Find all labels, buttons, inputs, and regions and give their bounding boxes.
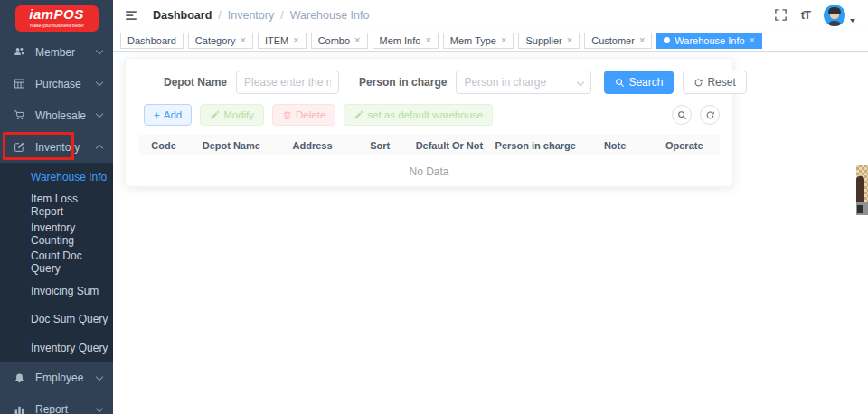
column-header-person-in-charge: Person in charge (490, 140, 581, 151)
sidebar-subitem-warehouse-info[interactable]: Warehouse Info (0, 163, 113, 192)
add-button[interactable]: + Add (144, 104, 192, 126)
sidebar-item-wholesale[interactable]: Wholesale (0, 99, 113, 131)
breadcrumb-item-warehouse-info[interactable]: Warehouse Info (290, 9, 370, 22)
search-icon (677, 110, 687, 120)
table-search-button[interactable] (672, 105, 692, 125)
sidebar-item-member[interactable]: Member (0, 36, 113, 68)
sidebar-subitem-label: Invoicing Sum (31, 285, 99, 297)
tab-label: Supplier (525, 35, 561, 46)
trash-icon (282, 110, 292, 120)
bell-icon (14, 372, 26, 384)
chevron-down-icon (96, 372, 103, 380)
sidebar-subitem-item-loss-report[interactable]: Item Loss Report (0, 192, 113, 221)
table-empty-state: No Data (138, 155, 720, 189)
chevron-down-icon (96, 404, 103, 411)
sidebar-subitem-label: Count Doc Query (31, 249, 113, 275)
sidebar: iamPOS make your business better MemberP… (0, 0, 113, 414)
members-icon (14, 46, 26, 59)
search-button-label: Search (628, 76, 663, 89)
hamburger-icon[interactable] (124, 8, 138, 23)
tab-category[interactable]: Category× (188, 33, 253, 49)
person-in-charge-select[interactable] (456, 71, 591, 94)
tab-close-icon[interactable]: × (354, 35, 360, 45)
sidebar-subitem-label: Doc Sum Query (31, 313, 108, 325)
fullscreen-icon[interactable] (774, 8, 788, 22)
refresh-icon (693, 78, 703, 88)
sidebar-subitem-inventory-counting[interactable]: Inventory Counting (0, 220, 113, 249)
sidebar-item-purchase[interactable]: Purchase (0, 68, 113, 99)
sidebar-subitem-label: Item Loss Report (31, 193, 113, 218)
tab-supplier[interactable]: Supplier× (518, 33, 580, 49)
logo-tagline: make your business better (21, 23, 91, 28)
topbar-right: tT (774, 5, 855, 26)
sidebar-item-inventory[interactable]: Inventory (0, 131, 113, 163)
set-default-warehouse-button[interactable]: set as default warehouse (344, 104, 493, 126)
tab-close-icon[interactable]: × (567, 35, 572, 45)
sidebar-subitem-count-doc-query[interactable]: Count Doc Query (0, 249, 113, 278)
filter-row: Depot Name Person in charge Search Reset (126, 59, 732, 94)
tab-mem-type[interactable]: Mem Type× (443, 33, 514, 49)
breadcrumb-item-inventory[interactable]: Inventory (228, 9, 274, 22)
logo-title: iamPOS (15, 5, 99, 23)
font-size-icon[interactable]: tT (801, 8, 810, 22)
sidebar-item-label: Employee (35, 372, 97, 384)
search-button[interactable]: Search (604, 71, 674, 94)
breadcrumb-separator: / (280, 9, 283, 22)
plus-icon: + (154, 109, 160, 120)
table-header: CodeDepot NameAddressSortDefault Or NotP… (138, 135, 720, 155)
tab-dashboard[interactable]: Dashboard (120, 33, 184, 49)
tab-close-icon[interactable]: × (293, 35, 298, 45)
modify-button-label: Modify (223, 109, 254, 120)
tab-close-icon[interactable]: × (750, 35, 755, 45)
breadcrumb: Dashboard/Inventory/Warehouse Info (153, 9, 369, 22)
tab-close-icon[interactable]: × (639, 35, 645, 45)
tab-close-icon[interactable]: × (240, 35, 245, 45)
column-header-operate: Operate (648, 140, 720, 151)
tab-combo[interactable]: Combo× (311, 33, 368, 49)
tab-customer[interactable]: Customer× (584, 33, 652, 49)
tab-warehouse-info[interactable]: Warehouse Info× (656, 33, 762, 49)
topbar: Dashboard/Inventory/Warehouse Info tT (113, 0, 868, 30)
sidebar-subitem-doc-sum-query[interactable]: Doc Sum Query (0, 306, 113, 334)
breadcrumb-item-dashboard[interactable]: Dashboard (153, 9, 212, 22)
edit-icon (14, 141, 26, 154)
tab-item[interactable]: ITEM× (258, 33, 307, 49)
column-header-note: Note (581, 140, 649, 151)
floating-widget-image[interactable] (856, 165, 868, 202)
cart-icon (14, 109, 26, 122)
tab-label: Category (195, 35, 236, 46)
depot-name-input[interactable] (236, 71, 339, 94)
modify-button[interactable]: Modify (200, 104, 264, 126)
sidebar-subitem-invoicing-sum[interactable]: Invoicing Sum (0, 277, 113, 306)
tab-mem-info[interactable]: Mem Info× (373, 33, 439, 49)
sidebar-item-employee[interactable]: Employee (0, 362, 113, 394)
avatar[interactable] (824, 5, 845, 26)
sidebar-item-report[interactable]: Report (0, 394, 113, 414)
user-menu[interactable] (824, 5, 855, 26)
delete-button[interactable]: Delete (272, 104, 335, 126)
tab-bar: DashboardCategory×ITEM×Combo×Mem Info×Me… (113, 30, 868, 52)
reset-button[interactable]: Reset (683, 71, 746, 94)
delete-button-label: Delete (296, 109, 326, 120)
tab-close-icon[interactable]: × (425, 35, 430, 45)
sidebar-item-label: Wholesale (35, 109, 97, 122)
person-in-charge-select-input[interactable] (456, 71, 591, 94)
logo: iamPOS make your business better (0, 0, 113, 36)
tab-label: ITEM (265, 35, 288, 46)
sidebar-subitem-inventory-query[interactable]: Inventory Query (0, 334, 113, 362)
tab-label: Dashboard (127, 35, 176, 46)
tab-label: Combo (318, 35, 350, 46)
sidebar-subitem-label: Inventory Counting (31, 221, 113, 247)
active-dot-icon (664, 37, 670, 43)
pencil-icon (354, 110, 363, 120)
sidebar-menu: MemberPurchaseWholesaleInventoryWarehous… (0, 36, 113, 414)
grid-icon (14, 78, 26, 90)
table-refresh-button[interactable] (700, 105, 720, 125)
sidebar-item-label: Inventory (35, 141, 97, 154)
tab-close-icon[interactable]: × (501, 35, 506, 45)
person-in-charge-label: Person in charge (359, 76, 447, 89)
tab-label: Mem Info (380, 35, 421, 46)
floating-widget-thumbnail[interactable] (856, 165, 868, 215)
floating-widget-footer[interactable] (856, 202, 868, 215)
column-header-sort: Sort (352, 140, 410, 151)
